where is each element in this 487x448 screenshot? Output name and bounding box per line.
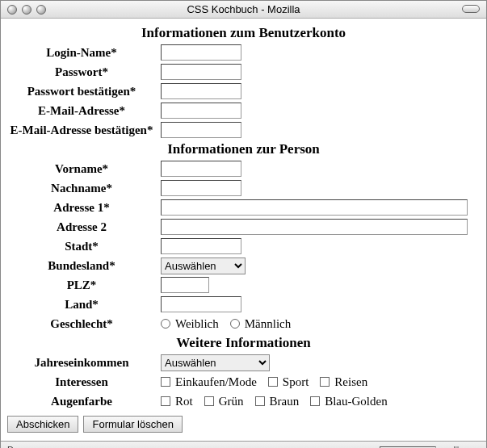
label-firstname: Vorname* [7,162,161,176]
firstname-input[interactable] [161,161,241,177]
eye-green-checkbox[interactable] [204,396,214,406]
interest-sport-checkbox[interactable] [268,377,278,387]
zip-input[interactable] [161,277,209,293]
email-confirm-input[interactable] [161,122,241,138]
eye-green-label: Grün [219,395,244,408]
security-icon[interactable]: ⊸⊪ [444,444,462,449]
label-address1: Adresse 1* [7,201,161,215]
label-interests: Interessen [7,375,161,389]
label-password-confirm: Passwort bestätigen* [7,85,161,98]
gender-female-label: Weiblich [175,317,219,331]
label-state: Bundesland* [7,259,161,273]
titlebar: CSS Kochbuch - Mozilla [1,1,486,19]
close-icon[interactable] [7,5,17,15]
label-email: E-Mail-Adresse* [7,104,161,118]
gender-male-radio[interactable] [230,319,240,329]
eye-red-checkbox[interactable] [161,396,170,406]
label-income: Jahreseinkommen [7,356,161,370]
interest-sport-label: Sport [283,375,309,389]
income-select[interactable]: Auswählen [161,354,270,371]
offline-icon[interactable]: ▭ [470,444,480,449]
label-eyecolor: Augenfarbe [7,395,161,408]
button-bar: Abschicken Formular löschen [7,416,480,433]
eye-brown-label: Braun [270,395,300,408]
city-input[interactable] [161,238,241,254]
interest-travel-checkbox[interactable] [320,377,330,387]
label-email-confirm: E-Mail-Adresse bestätigen* [7,124,161,137]
gender-female-radio[interactable] [161,319,170,329]
eye-red-label: Rot [175,395,193,408]
browser-window: CSS Kochbuch - Mozilla Informationen zum… [0,0,487,448]
password-confirm-input[interactable] [161,83,241,99]
page-content: Informationen zum Benutzerkonto Login-Na… [1,19,486,442]
label-password: Passwort* [7,65,161,79]
interest-shopping-label: Einkaufen/Mode [175,375,257,389]
address1-input[interactable] [161,199,468,216]
eye-blue-label: Blau-Golden [325,395,387,408]
zoom-icon[interactable] [36,5,46,15]
window-title: CSS Kochbuch - Mozilla [1,3,486,15]
gender-male-label: Männlich [245,317,292,331]
label-city: Stadt* [7,240,161,253]
reset-button[interactable]: Formular löschen [83,416,182,433]
section-person: Informationen zur Person [7,141,480,157]
window-controls [1,5,46,15]
minimize-icon[interactable] [22,5,31,15]
label-address2: Adresse 2 [7,220,161,234]
interest-shopping-checkbox[interactable] [161,377,170,387]
address2-input[interactable] [161,219,468,235]
password-input[interactable] [161,64,241,80]
status-text: Done [7,445,28,448]
section-other: Weitere Informationen [7,335,480,351]
submit-button[interactable]: Abschicken [7,416,78,433]
lastname-input[interactable] [161,180,241,196]
eye-blue-checkbox[interactable] [310,396,320,406]
label-zip: PLZ* [7,278,161,292]
login-input[interactable] [161,44,241,61]
label-gender: Geschlecht* [7,317,161,331]
email-input[interactable] [161,103,241,119]
toolbar-toggle-icon[interactable] [462,5,480,13]
label-lastname: Nachname* [7,182,161,195]
label-login: Login-Name* [7,46,161,60]
status-bar: Done ⊸⊪ ▭ [1,442,486,448]
state-select[interactable]: Auswählen [161,257,246,274]
country-input[interactable] [161,296,241,312]
interest-travel-label: Reisen [334,375,367,389]
section-account: Informationen zum Benutzerkonto [7,25,480,41]
eye-brown-checkbox[interactable] [255,396,265,406]
label-country: Land* [7,298,161,312]
